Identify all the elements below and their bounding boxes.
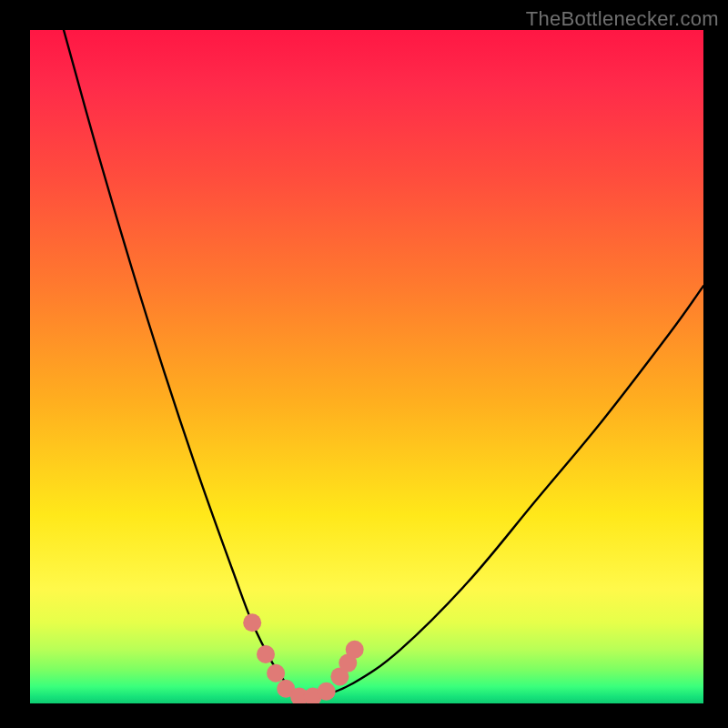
- curve-marker: [267, 664, 285, 682]
- curve-marker: [257, 645, 275, 663]
- watermark-text: TheBottlenecker.com: [526, 7, 719, 31]
- plot-area: [30, 30, 703, 703]
- curve-marker: [318, 682, 336, 701]
- chart-frame: TheBottlenecker.com: [0, 0, 728, 728]
- curve-path: [64, 30, 703, 699]
- curve-markers: [243, 613, 364, 703]
- curve-marker: [346, 641, 364, 659]
- bottleneck-curve: [30, 30, 703, 703]
- curve-marker: [243, 613, 261, 632]
